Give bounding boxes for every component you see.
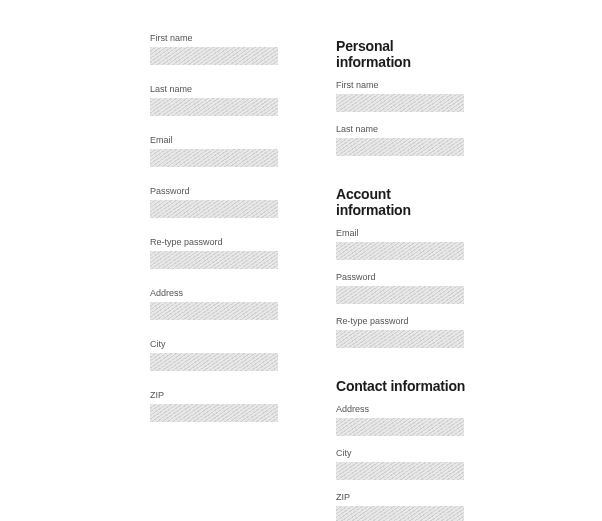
last-name-input[interactable] [336, 138, 464, 156]
last-name-input[interactable] [150, 98, 278, 116]
city-input[interactable] [150, 353, 278, 371]
field-label: Email [150, 135, 280, 145]
form-comparison-container: First name Last name Email Password Re-t… [0, 30, 602, 521]
zip-input[interactable] [150, 404, 278, 422]
address-input[interactable] [336, 418, 464, 436]
city-input[interactable] [336, 462, 464, 480]
section-personal-information: Personal information First name Last nam… [336, 30, 466, 168]
field-password: Password [336, 272, 466, 304]
field-first-name: First name [336, 80, 466, 112]
field-label: City [150, 339, 280, 349]
field-first-name: First name [150, 33, 280, 65]
left-form-column: First name Last name Email Password Re-t… [150, 30, 280, 521]
field-zip: ZIP [150, 390, 280, 422]
field-retype-password: Re-type password [150, 237, 280, 269]
field-label: Re-type password [336, 316, 466, 326]
field-label: Email [336, 228, 466, 238]
field-label: Password [336, 272, 466, 282]
right-form-column: Personal information First name Last nam… [336, 30, 466, 521]
field-email: Email [150, 135, 280, 167]
field-label: Last name [336, 124, 466, 134]
section-account-information: Account information Email Password Re-ty… [336, 178, 466, 360]
email-input[interactable] [150, 149, 278, 167]
section-heading: Contact information [336, 378, 466, 394]
field-label: Address [150, 288, 280, 298]
field-city: City [150, 339, 280, 371]
first-name-input[interactable] [150, 47, 278, 65]
field-password: Password [150, 186, 280, 218]
retype-password-input[interactable] [336, 330, 464, 348]
field-label: ZIP [150, 390, 280, 400]
field-label: Password [150, 186, 280, 196]
field-label: City [336, 448, 466, 458]
field-label: First name [150, 33, 280, 43]
email-input[interactable] [336, 242, 464, 260]
field-label: Last name [150, 84, 280, 94]
field-last-name: Last name [336, 124, 466, 156]
section-heading: Personal information [336, 38, 466, 70]
password-input[interactable] [150, 200, 278, 218]
field-label: First name [336, 80, 466, 90]
field-label: ZIP [336, 492, 466, 502]
field-address: Address [150, 288, 280, 320]
section-heading: Account information [336, 186, 466, 218]
password-input[interactable] [336, 286, 464, 304]
address-input[interactable] [150, 302, 278, 320]
field-email: Email [336, 228, 466, 260]
field-city: City [336, 448, 466, 480]
zip-input[interactable] [336, 506, 464, 521]
field-address: Address [336, 404, 466, 436]
retype-password-input[interactable] [150, 251, 278, 269]
field-last-name: Last name [150, 84, 280, 116]
field-label: Address [336, 404, 466, 414]
first-name-input[interactable] [336, 94, 464, 112]
section-contact-information: Contact information Address City ZIP [336, 370, 466, 521]
field-label: Re-type password [150, 237, 280, 247]
field-retype-password: Re-type password [336, 316, 466, 348]
field-zip: ZIP [336, 492, 466, 521]
